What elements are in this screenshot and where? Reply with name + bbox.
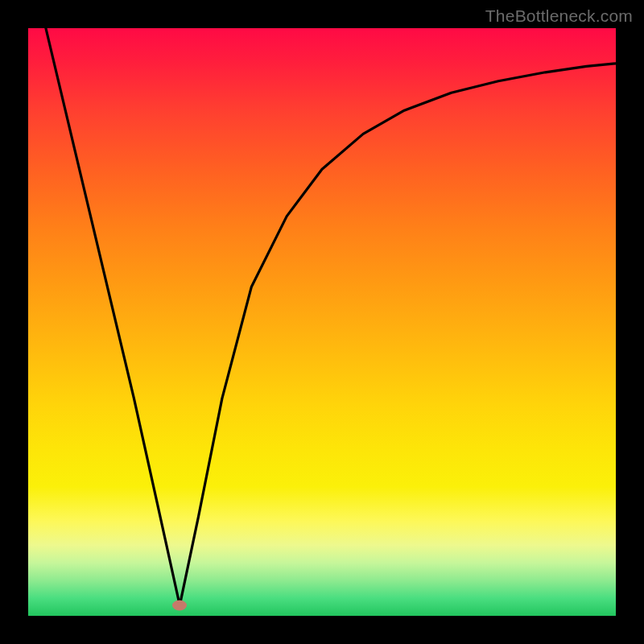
optimum-marker [172,600,187,610]
bottleneck-curve [28,28,616,616]
watermark-text: TheBottleneck.com [485,6,633,26]
chart-frame: TheBottleneck.com [0,0,644,644]
plot-area [28,28,616,616]
curve-path [46,28,616,605]
